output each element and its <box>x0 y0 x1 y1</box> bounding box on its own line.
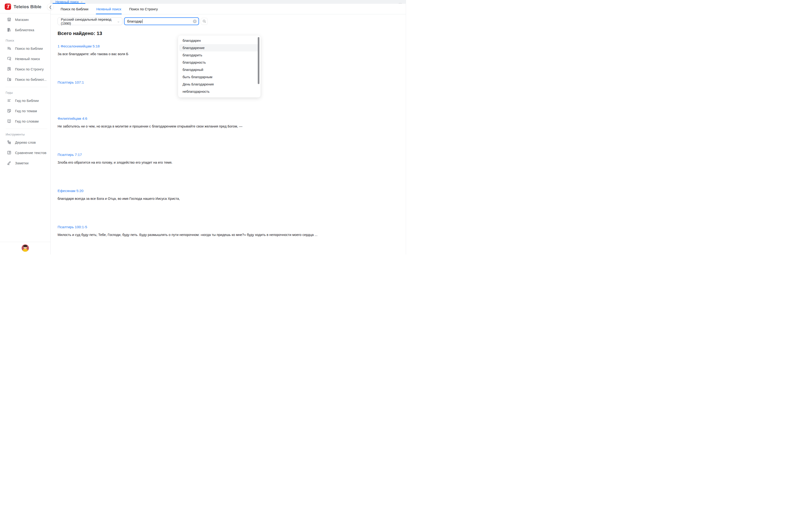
sidebar-section-title: Гиды <box>6 91 50 94</box>
search-input[interactable]: благодар ✕ <box>124 18 199 25</box>
suggestion-item[interactable]: неблагодарность <box>179 88 259 95</box>
sidebar-item-label: Гид по Библии <box>15 99 39 103</box>
sidebar-item-label: Неявный поиск <box>15 57 40 61</box>
sidebar-item-label: Магазин <box>15 18 29 22</box>
app-title: Teleios Bible <box>13 4 41 9</box>
sidebar-item-label: Гид по темам <box>15 109 37 113</box>
sidebar-section-title: Инструменты <box>6 133 50 136</box>
implicit-search-icon <box>7 56 11 61</box>
result-verse-text: Милость и суд буду петь; Тебе, Господи, … <box>58 232 337 237</box>
clear-icon[interactable]: ✕ <box>193 20 197 23</box>
tab-поиск-по-стронгу[interactable]: Поиск по Стронгу <box>129 4 158 14</box>
topics-guide-icon <box>7 108 11 113</box>
result-item: Ефесянам 5:20благодаря всегда за все Бог… <box>58 189 399 225</box>
result-reference-link[interactable]: Ефесянам 5:20 <box>58 189 84 193</box>
dropdown-scrollbar[interactable] <box>258 37 259 84</box>
compare-texts-icon <box>7 150 11 155</box>
window-tabstrip: Неявный поиск × <box>51 0 406 4</box>
result-reference-link[interactable]: Псалтирь 107:1 <box>58 80 84 84</box>
suggestion-item[interactable]: благодарность <box>179 59 259 66</box>
search-tabs: Поиск по БиблииНеявный поискПоиск по Стр… <box>51 4 406 14</box>
result-verse-text: благодаря всегда за все Бога и Отца, во … <box>58 196 337 201</box>
sidebar-item-words-guide[interactable]: Гид по словам <box>0 116 50 126</box>
suggestion-item[interactable]: благодарение <box>179 44 259 52</box>
result-item: Псалтирь 100:1-5Милость и суд буду петь;… <box>58 225 399 254</box>
result-verse-text: Не заботьтесь ни о чем, но всегда в моли… <box>58 124 337 129</box>
library-search-icon <box>7 77 11 82</box>
chevron-down-icon: ⌄ <box>117 20 120 23</box>
search-icon <box>202 19 206 23</box>
sidebar-item-label: Сравнение текстов <box>15 151 46 155</box>
sidebar-item-implicit-search[interactable]: Неявный поиск <box>0 54 50 64</box>
sidebar-item-label: Заметки <box>15 161 28 165</box>
suggestion-item[interactable]: благодарить <box>179 52 259 59</box>
translation-select[interactable]: Русский синодальный перевод (1990) ⌄ <box>58 18 122 25</box>
sidebar-item-notes[interactable]: Заметки <box>0 158 50 168</box>
bible-guide-icon <box>7 98 11 103</box>
sidebar-item-label: Поиск по Библии <box>15 46 43 50</box>
sidebar-item-label: Поиск по Стронгу <box>15 67 44 71</box>
app-logo: T Teleios Bible <box>0 0 50 13</box>
sidebar-item-bible-search[interactable]: Поиск по Библии <box>0 43 50 54</box>
result-verse-text: Злоба его обратится на его голову, и зло… <box>58 160 337 165</box>
content-panel: Поиск по БиблииНеявный поискПоиск по Стр… <box>51 4 406 254</box>
sidebar-item-label: Дерево слов <box>15 140 36 144</box>
suggestion-item[interactable]: благодарный <box>179 66 259 73</box>
tab-active-неявный-поиск[interactable]: Неявный поиск <box>96 4 122 14</box>
sidebar-item-label: Гид по словам <box>15 119 38 123</box>
sidebar-section-title: Поиск <box>6 39 50 42</box>
search-button[interactable] <box>201 18 208 25</box>
app-logo-icon: T <box>5 3 11 10</box>
notes-icon <box>7 161 11 165</box>
window-tab-implicit-search[interactable]: Неявный поиск × <box>53 0 85 4</box>
sidebar-nav: МагазинБиблиотекаПоискПоиск по БиблииНея… <box>0 13 50 242</box>
user-avatar[interactable] <box>22 244 29 252</box>
sidebar-item-bible-guide[interactable]: Гид по Библии <box>0 95 50 106</box>
suggestions-dropdown: благодаренблагодарениеблагодаритьблагода… <box>178 35 261 97</box>
search-input-value: благодар <box>127 19 142 23</box>
sidebar-item-store[interactable]: Магазин <box>0 14 50 25</box>
store-icon <box>7 17 11 22</box>
close-icon[interactable]: × <box>81 0 83 4</box>
result-item: Филиппийцам 4:6Не заботьтесь ни о чем, н… <box>58 116 399 152</box>
chevron-left-icon: ❮ <box>49 5 52 9</box>
suggestion-item[interactable]: благодарен <box>179 37 259 44</box>
translation-select-value: Русский синодальный перевод (1990) <box>61 18 117 25</box>
result-reference-link[interactable]: 1 Фессалоникийцам 5:18 <box>58 44 100 48</box>
sidebar-item-compare-texts[interactable]: Сравнение текстов <box>0 147 50 158</box>
sidebar-item-strong-search[interactable]: Поиск по Стронгу <box>0 64 50 74</box>
sidebar: T Teleios Bible ❮ МагазинБиблиотекаПоиск… <box>0 0 51 254</box>
text-caret <box>142 19 143 23</box>
window-tab-label: Неявный поиск <box>56 0 79 4</box>
sidebar-collapse-button[interactable]: ❮ <box>47 3 54 10</box>
suggestion-item[interactable]: быть благодарным <box>179 73 259 80</box>
main-area: Неявный поиск × Поиск по БиблииНеявный п… <box>51 0 406 254</box>
sidebar-item-library-search[interactable]: Поиск по библиот... <box>0 74 50 84</box>
sidebar-item-topics-guide[interactable]: Гид по темам <box>0 106 50 116</box>
sidebar-item-library[interactable]: Библиотека <box>0 25 50 35</box>
sidebar-footer <box>0 242 50 254</box>
words-guide-icon <box>7 119 11 124</box>
tab-поиск-по-библии[interactable]: Поиск по Библии <box>60 4 89 14</box>
sidebar-item-label: Поиск по библиот... <box>15 77 46 81</box>
suggestion-item[interactable]: День Благодарения <box>179 80 259 88</box>
sidebar-item-word-tree[interactable]: Дерево слов <box>0 137 50 147</box>
bible-search-icon <box>7 46 11 51</box>
sidebar-item-label: Библиотека <box>15 28 34 32</box>
result-reference-link[interactable]: Псалтирь 7:17 <box>58 152 82 157</box>
search-controls: Русский синодальный перевод (1990) ⌄ бла… <box>58 18 406 25</box>
result-item: Псалтирь 7:17Злоба его обратится на его … <box>58 152 399 189</box>
result-reference-link[interactable]: Псалтирь 100:1-5 <box>58 225 87 229</box>
result-reference-link[interactable]: Филиппийцам 4:6 <box>58 116 87 121</box>
library-icon <box>7 28 11 32</box>
word-tree-icon <box>7 140 11 145</box>
strong-search-icon <box>7 67 11 71</box>
